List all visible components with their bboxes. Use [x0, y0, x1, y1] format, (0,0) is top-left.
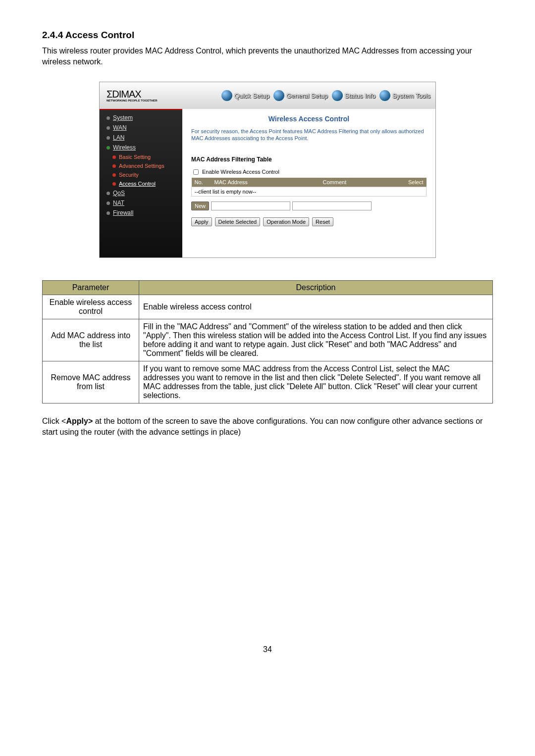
enable-label: Enable Wireless Access Control — [202, 169, 279, 175]
intro-text: This wireless router provides MAC Addres… — [42, 46, 493, 67]
delete-selected-button[interactable]: Delete Selected — [215, 217, 261, 226]
globe-icon — [332, 90, 343, 101]
desc-cell: Fill in the "MAC Address" and "Comment" … — [139, 319, 493, 361]
brand-logo-tagline: NETWORKING PEOPLE TOGETHER — [107, 99, 182, 102]
sidebar-item-label: Firewall — [113, 209, 133, 216]
sidebar-item-label: Basic Setting — [119, 154, 151, 160]
desc-header: Description — [139, 281, 493, 295]
sidebar-item-qos[interactable]: QoS — [100, 188, 182, 198]
globe-icon — [379, 90, 390, 101]
content-desc: For security reason, the Access Point fe… — [191, 128, 427, 142]
th-mac: MAC Address — [212, 178, 320, 187]
enable-checkbox[interactable] — [193, 169, 199, 175]
th-no: No. — [192, 178, 212, 187]
param-cell: Enable wireless access control — [43, 295, 139, 319]
bottom-text-bold: Apply> — [66, 417, 93, 425]
nav-quick-setup[interactable]: Quick Setup — [221, 90, 269, 101]
bottom-note: Click <Apply> at the bottom of the scree… — [42, 416, 493, 437]
empty-row: --client list is empty now-- — [192, 187, 427, 196]
sidebar-item-basic[interactable]: Basic Setting — [100, 152, 182, 161]
content-pane: Wireless Access Control For security rea… — [182, 109, 435, 257]
sidebar-item-label: Advanced Settings — [119, 163, 164, 169]
table-row: Enable wireless access control Enable wi… — [43, 295, 493, 319]
sidebar-item-label: Security — [119, 172, 139, 178]
nav-status-info[interactable]: Status Info — [332, 90, 375, 101]
operation-mode-button[interactable]: Operation Mode — [263, 217, 309, 226]
nav-general-setup[interactable]: General Setup — [273, 90, 328, 101]
nav-system-tools[interactable]: System Tools — [379, 90, 430, 101]
sidebar-item-system[interactable]: System — [100, 113, 182, 123]
sidebar: System WAN LAN Wireless Basic Setting Ad… — [100, 109, 182, 257]
nav-label: Status Info — [345, 92, 375, 100]
th-comment: Comment — [320, 178, 402, 187]
brand-logo: ΣDIMAX NETWORKING PEOPLE TOGETHER — [100, 89, 182, 102]
nav-label: General Setup — [286, 92, 328, 100]
sidebar-item-lan[interactable]: LAN — [100, 133, 182, 143]
globe-icon — [221, 90, 232, 101]
sidebar-item-advanced[interactable]: Advanced Settings — [100, 161, 182, 170]
comment-input[interactable] — [292, 202, 372, 210]
parameter-table: Parameter Description Enable wireless ac… — [42, 280, 493, 403]
new-button[interactable]: New — [191, 202, 209, 210]
page-number: 34 — [42, 645, 493, 654]
sidebar-item-label: Wireless — [113, 144, 136, 151]
sidebar-item-label: LAN — [113, 134, 124, 141]
bottom-text-part: Click < — [42, 417, 66, 425]
param-cell: Add MAC address into the list — [43, 319, 139, 361]
router-screenshot: ΣDIMAX NETWORKING PEOPLE TOGETHER Quick … — [99, 82, 436, 258]
param-header: Parameter — [43, 281, 139, 295]
section-heading: 2.4.4 Access Control — [42, 30, 493, 41]
sidebar-item-label: NAT — [113, 200, 124, 206]
desc-cell: If you want to remove some MAC address f… — [139, 361, 493, 403]
top-nav: Quick Setup General Setup Status Info Sy… — [182, 90, 435, 101]
reset-button[interactable]: Reset — [312, 217, 333, 226]
sidebar-item-firewall[interactable]: Firewall — [100, 208, 182, 218]
sidebar-item-wireless[interactable]: Wireless — [100, 143, 182, 152]
th-select: Select — [402, 178, 427, 187]
nav-label: System Tools — [392, 92, 430, 100]
table-row: Remove MAC address from list If you want… — [43, 361, 493, 403]
apply-button[interactable]: Apply — [191, 217, 212, 226]
sidebar-item-label: System — [113, 114, 133, 121]
param-cell: Remove MAC address from list — [43, 361, 139, 403]
sidebar-item-access-control[interactable]: Access Control — [100, 179, 182, 188]
sidebar-item-label: QoS — [113, 190, 125, 197]
mac-input[interactable] — [211, 202, 290, 210]
table-row: Add MAC address into the list Fill in th… — [43, 319, 493, 361]
bottom-text-part: at the bottom of the screen to save the … — [42, 417, 482, 436]
mac-table: No. MAC Address Comment Select --client … — [191, 178, 427, 197]
content-title: Wireless Access Control — [191, 115, 427, 123]
sidebar-item-label: Access Control — [119, 181, 156, 187]
desc-cell: Enable wireless access control — [139, 295, 493, 319]
brand-logo-text: ΣDIMAX — [107, 89, 141, 100]
nav-label: Quick Setup — [234, 92, 269, 100]
globe-icon — [273, 90, 284, 101]
sidebar-item-nat[interactable]: NAT — [100, 198, 182, 208]
sidebar-item-security[interactable]: Security — [100, 170, 182, 179]
filter-table-title: MAC Address Filtering Table — [191, 156, 427, 163]
sidebar-item-wan[interactable]: WAN — [100, 123, 182, 133]
sidebar-item-label: WAN — [113, 124, 127, 131]
